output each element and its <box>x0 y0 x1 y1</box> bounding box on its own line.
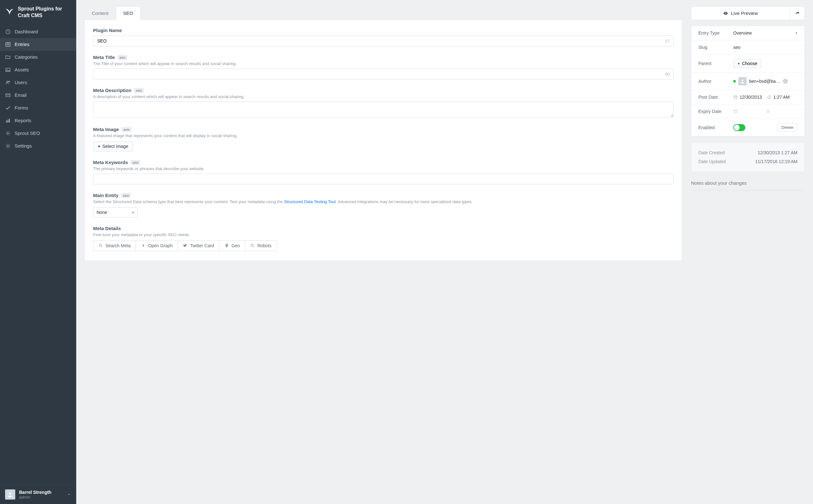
meta-title-help: The Title of your content which will app… <box>93 61 674 66</box>
select-image-button[interactable]: +Select Image <box>93 141 133 151</box>
twitter-card-button[interactable]: Twitter Card <box>178 241 219 251</box>
bar-chart-icon <box>5 118 11 123</box>
seo-badge: seo <box>117 55 127 60</box>
seo-badge: seo <box>134 88 144 93</box>
field-main-entity: Main Entityseo Select the Structured Dat… <box>93 193 674 217</box>
nav-entries[interactable]: Entries <box>0 38 76 51</box>
delete-button[interactable]: Delete <box>777 123 797 132</box>
svg-rect-24 <box>734 110 737 113</box>
sprout-leaf-icon <box>4 6 15 16</box>
plugin-name-input[interactable] <box>93 36 674 46</box>
entry-meta-card: Entry Type Overview▾ Slug Parent +Choose… <box>691 26 805 136</box>
entry-type-label: Entry Type <box>698 30 733 36</box>
svg-line-18 <box>253 246 254 247</box>
user-name: Barrel Strength <box>19 490 51 495</box>
seo-badge: seo <box>121 193 131 198</box>
live-preview-button[interactable]: Live Preview <box>691 7 790 20</box>
slug-label: Slug <box>698 45 733 50</box>
svg-line-16 <box>101 246 102 247</box>
plus-icon: + <box>98 144 100 149</box>
date-info-card: Date Created12/30/2013 1:27 AM Date Upda… <box>691 142 805 172</box>
date-created-value: 12/30/2013 1:27 AM <box>758 150 797 155</box>
post-date-label: Post Date <box>698 95 733 100</box>
slug-input[interactable] <box>733 45 797 50</box>
svg-rect-11 <box>9 119 10 123</box>
author-label: Author <box>698 79 733 84</box>
sidebar-header: Sprout Plugins for Craft CMS <box>0 0 76 25</box>
meta-title-count: 60 <box>665 72 670 76</box>
sprout-icon <box>5 130 11 136</box>
nav-forms[interactable]: Forms <box>0 102 76 114</box>
svg-point-13 <box>7 145 9 147</box>
plus-icon: + <box>737 61 740 66</box>
parent-label: Parent <box>698 61 733 66</box>
expiry-label: Expiry Date <box>698 109 733 114</box>
status-dot-icon <box>733 80 736 83</box>
meta-title-input[interactable] <box>93 69 674 79</box>
notes-input[interactable] <box>691 178 805 190</box>
remove-author-button[interactable]: − <box>783 79 788 84</box>
svg-point-12 <box>7 132 9 134</box>
field-meta-description: Meta Descriptionseo A description of you… <box>93 88 674 118</box>
enabled-toggle[interactable] <box>733 124 745 131</box>
meta-details-buttons: Search Meta Open Graph Twitter Card Geo … <box>93 240 277 251</box>
nav-dashboard[interactable]: Dashboard <box>0 25 76 38</box>
post-date-input[interactable]: 12/30/2013 <box>733 95 762 100</box>
tab-content[interactable]: Content <box>84 6 116 20</box>
nav-assets[interactable]: Assets <box>0 63 76 76</box>
meta-details-label: Meta Details <box>93 226 674 231</box>
field-meta-image: Meta Imageseo A featured image that repr… <box>93 127 674 151</box>
main-entity-help: Select the Structured Data schema type t… <box>93 199 674 204</box>
robots-button[interactable]: Robots <box>245 241 276 251</box>
main-entity-select[interactable]: None▾ <box>93 207 137 217</box>
nav-email[interactable]: Email <box>0 89 76 102</box>
field-meta-details: Meta Details Fine-tune your metadata to … <box>93 226 674 251</box>
sidebar-user[interactable]: Barrel Strength admin <box>0 485 76 504</box>
svg-rect-9 <box>6 121 7 123</box>
entry-type-select[interactable]: Overview▾ <box>733 30 797 36</box>
seo-badge: seo <box>130 160 140 165</box>
meta-image-help: A featured image that represents your co… <box>93 133 674 138</box>
user-avatar-icon <box>5 489 15 500</box>
nav-sprout-seo[interactable]: Sprout SEO <box>0 127 76 140</box>
meta-image-label: Meta Image <box>93 127 119 132</box>
author-avatar-icon <box>738 77 747 85</box>
svg-point-17 <box>251 244 253 246</box>
clock-icon <box>5 29 11 35</box>
choose-parent-button[interactable]: +Choose <box>733 59 761 68</box>
nav-users[interactable]: Users <box>0 76 76 89</box>
plugin-name-label: Plugin Name <box>93 28 674 33</box>
share-button[interactable] <box>790 7 804 20</box>
post-time-input[interactable]: 1:27 AM <box>767 95 790 100</box>
date-updated-value: 11/17/2016 12:19 AM <box>755 159 797 164</box>
meta-description-label: Meta Description <box>93 88 131 93</box>
meta-keywords-input[interactable] <box>93 174 674 184</box>
main-entity-label: Main Entity <box>93 193 118 198</box>
tab-seo[interactable]: SEO <box>116 6 141 20</box>
nav-settings[interactable]: Settings <box>0 140 76 152</box>
site-name: Sprout Plugins for Craft CMS <box>18 6 72 19</box>
structured-data-link[interactable]: Structured Data Testing Tool <box>284 199 336 204</box>
notes-divider <box>691 190 805 190</box>
open-graph-button[interactable]: Open Graph <box>136 241 178 251</box>
svg-point-19 <box>725 13 726 14</box>
tabs: Content SEO <box>84 6 682 20</box>
user-role: admin <box>19 495 51 500</box>
nav-reports[interactable]: Reports <box>0 114 76 127</box>
search-meta-button[interactable]: Search Meta <box>93 241 136 251</box>
geo-button[interactable]: Geo <box>219 241 245 251</box>
meta-description-input[interactable] <box>93 102 674 117</box>
nav-categories[interactable]: Categories <box>0 51 76 63</box>
folder-icon <box>5 54 11 60</box>
field-meta-keywords: Meta Keywordsseo The primary keywords or… <box>93 160 674 184</box>
check-icon <box>5 105 11 111</box>
sidebar-nav: Dashboard Entries Categories Assets User… <box>0 25 76 485</box>
caret-down-icon: ▾ <box>132 210 134 215</box>
author-name: ben+bsd@ba… <box>749 79 780 84</box>
chevron-up-icon <box>67 492 71 497</box>
expiry-date-input[interactable] <box>733 109 738 114</box>
image-icon <box>5 67 11 73</box>
svg-point-15 <box>99 244 101 246</box>
expiry-time-input[interactable] <box>766 109 770 114</box>
caret-down-icon: ▾ <box>796 31 797 35</box>
